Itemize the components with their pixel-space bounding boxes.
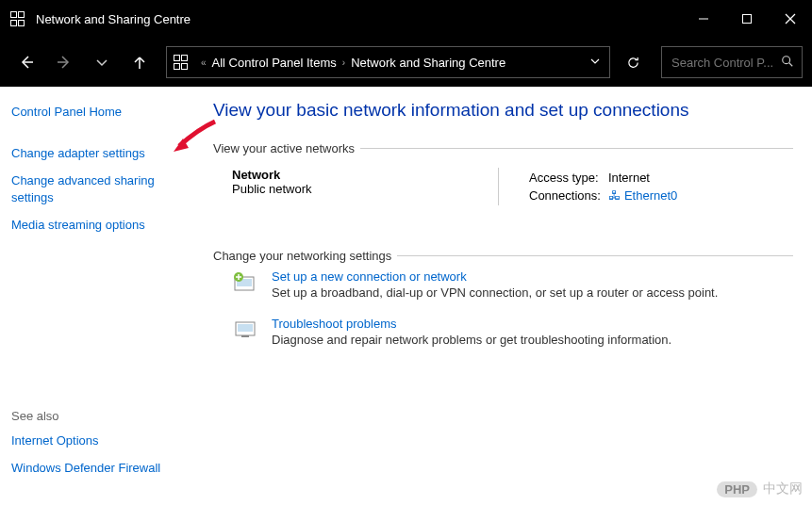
setup-connection-desc: Set up a broadband, dial-up or VPN conne… [272, 285, 718, 300]
window-title: Network and Sharing Centre [36, 12, 682, 26]
svg-rect-1 [743, 15, 752, 24]
change-adapter-settings-link[interactable]: Change adapter settings [11, 145, 187, 162]
network-box: Network Public network Access type: Inte… [213, 168, 793, 205]
chevron-right-icon: › [342, 57, 345, 68]
active-networks-label: View your active networks [213, 141, 360, 155]
forward-button[interactable] [47, 45, 81, 79]
new-connection-icon [232, 269, 258, 296]
page-heading: View your basic network information and … [213, 100, 793, 121]
change-advanced-sharing-link[interactable]: Change advanced sharing settings [11, 172, 187, 205]
nav-bar: « All Control Panel Items › Network and … [0, 38, 812, 87]
content-area: Control Panel Home Change adapter settin… [0, 87, 812, 505]
address-dropdown-icon[interactable] [581, 56, 609, 70]
app-icon [9, 10, 26, 27]
watermark-text: 中文网 [763, 481, 803, 497]
breadcrumb-item[interactable]: Network and Sharing Centre [351, 56, 505, 70]
chevron-left-icon: « [201, 57, 207, 68]
access-type-value: Internet [608, 170, 683, 186]
change-settings-label: Change your networking settings [213, 249, 397, 263]
setup-connection-link[interactable]: Set up a new connection or network [272, 269, 467, 284]
svg-point-6 [783, 56, 790, 63]
minimize-button[interactable] [682, 0, 725, 38]
search-icon[interactable] [773, 55, 802, 71]
media-streaming-options-link[interactable]: Media streaming options [11, 217, 187, 234]
search-box[interactable] [661, 46, 803, 78]
setup-connection-option[interactable]: Set up a new connection or network Set u… [213, 269, 793, 300]
access-type-label: Access type: [529, 170, 606, 186]
connection-link[interactable]: Ethernet0 [624, 188, 677, 203]
back-button[interactable] [9, 45, 43, 79]
troubleshoot-icon [232, 317, 258, 343]
watermark: PHP 中文网 [717, 481, 803, 497]
maximize-button[interactable] [725, 0, 769, 38]
address-bar[interactable]: « All Control Panel Items › Network and … [166, 46, 610, 78]
sidebar: Control Panel Home Change adapter settin… [0, 87, 198, 505]
close-button[interactable] [769, 0, 812, 38]
svg-rect-13 [241, 335, 249, 337]
breadcrumb-item[interactable]: All Control Panel Items [212, 56, 337, 70]
ethernet-icon: 🖧 [608, 188, 621, 203]
control-panel-home-link[interactable]: Control Panel Home [11, 104, 187, 121]
svg-rect-12 [238, 324, 253, 332]
main-panel: View your basic network information and … [198, 87, 812, 505]
window-controls [682, 0, 812, 38]
troubleshoot-link[interactable]: Troubleshoot problems [272, 317, 396, 331]
search-input[interactable] [671, 56, 773, 70]
see-also-label: See also [11, 409, 187, 423]
internet-options-link[interactable]: Internet Options [11, 432, 187, 449]
svg-line-7 [789, 62, 793, 66]
refresh-button[interactable] [614, 46, 652, 78]
watermark-badge: PHP [717, 481, 757, 497]
recent-button[interactable] [85, 45, 119, 79]
network-name: Network [232, 168, 498, 182]
network-type: Public network [232, 182, 498, 196]
windows-defender-firewall-link[interactable]: Windows Defender Firewall [11, 460, 187, 477]
troubleshoot-desc: Diagnose and repair network problems or … [272, 333, 671, 347]
up-button[interactable] [123, 45, 157, 79]
troubleshoot-option[interactable]: Troubleshoot problems Diagnose and repai… [213, 317, 793, 347]
title-bar: Network and Sharing Centre [0, 0, 812, 38]
control-panel-icon [173, 54, 190, 71]
connections-label: Connections: [529, 187, 606, 204]
vertical-divider [498, 168, 499, 205]
